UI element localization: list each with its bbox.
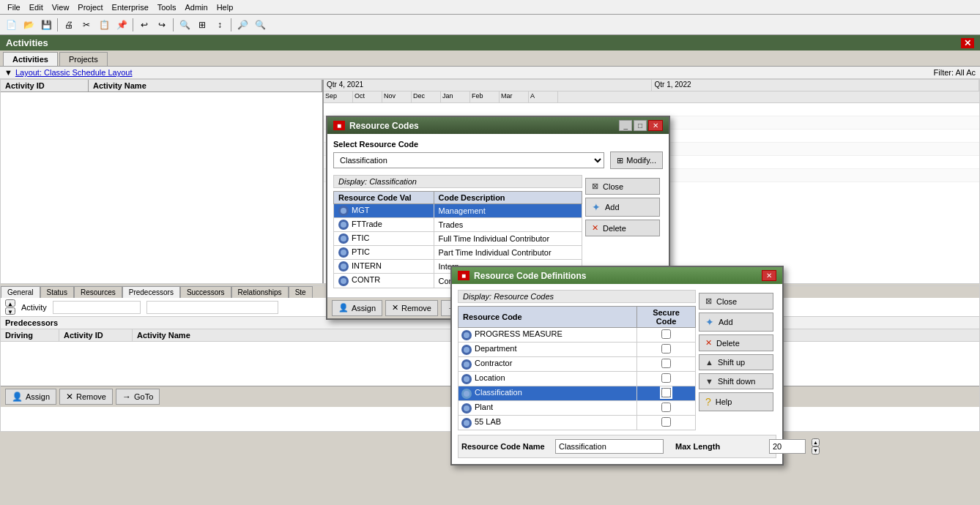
rc-close-btn[interactable]: ⊠ Close xyxy=(585,178,660,195)
table-row[interactable]: 55 LAB xyxy=(459,416,696,430)
tab-ste[interactable]: Ste xyxy=(289,286,313,298)
rcd-add-btn[interactable]: ✦ Add xyxy=(699,313,773,332)
table-row[interactable]: FTIC Full Time Individual Contributor xyxy=(334,232,582,246)
menu-admin[interactable]: Admin xyxy=(180,1,212,13)
rcd-col-code: Resource Code xyxy=(459,307,637,328)
rcd-name-input[interactable] xyxy=(555,439,664,454)
rc-remove-btn[interactable]: ✕ Remove xyxy=(385,300,438,316)
tab-general[interactable]: General xyxy=(1,286,40,298)
activity-up-btn[interactable]: ▲ xyxy=(5,299,15,307)
copy-btn[interactable]: 📋 xyxy=(96,17,112,33)
zoom-out-btn[interactable]: 🔍 xyxy=(252,17,268,33)
table-row[interactable]: PROGRESS MEASURE xyxy=(459,328,696,343)
zoom-in-btn[interactable]: 🔎 xyxy=(234,17,250,33)
print-btn[interactable]: 🖨 xyxy=(61,17,77,33)
table-row[interactable]: PTIC Part Time Individual Contributor xyxy=(334,246,582,260)
secure-checkbox[interactable] xyxy=(661,417,671,427)
cut-btn[interactable]: ✂ xyxy=(78,17,94,33)
secure-checkbox[interactable] xyxy=(661,344,671,354)
rc-close-icon[interactable]: ✕ xyxy=(648,120,663,131)
rcd-shift-up-btn[interactable]: ▲ Shift up xyxy=(699,354,773,370)
activity-down-btn[interactable]: ▼ xyxy=(5,307,15,315)
rc-dropdown-row: Classification ⊞ Modify... xyxy=(333,152,663,169)
new-btn[interactable]: 📄 xyxy=(3,17,19,33)
layout-label[interactable]: Layout: Classic Schedule Layout xyxy=(15,68,133,77)
rc-dropdown[interactable]: Classification xyxy=(333,152,604,168)
pred-col-driving: Driving xyxy=(1,329,59,341)
month-jan: Jan xyxy=(441,91,470,102)
max-up-btn[interactable]: ▲ xyxy=(812,438,820,446)
open-btn[interactable]: 📂 xyxy=(21,17,37,33)
month-apr: A xyxy=(529,91,558,102)
rcd-max-input[interactable] xyxy=(769,439,806,454)
goto-btn-bottom[interactable]: → GoTo xyxy=(116,389,160,405)
close-label: Close xyxy=(603,182,623,191)
secure-checkbox[interactable] xyxy=(661,329,671,339)
timeline-quarters: Qtr 4, 2021 Qtr 1, 2022 xyxy=(324,80,979,91)
rcd-delete-btn[interactable]: ✕ Delete xyxy=(699,334,773,351)
rc-maximize-icon[interactable]: □ xyxy=(634,120,647,131)
rcd-app-icon[interactable]: ■ xyxy=(458,271,469,280)
sep2 xyxy=(133,18,133,31)
rc-modify-btn[interactable]: ⊞ Modify... xyxy=(610,152,663,169)
save-btn[interactable]: 💾 xyxy=(38,17,54,33)
sort-btn[interactable]: ↕ xyxy=(212,17,228,33)
rc-minimize-icon[interactable]: _ xyxy=(619,120,632,131)
redo-btn[interactable]: ↪ xyxy=(154,17,170,33)
help-icon: ? xyxy=(705,396,711,408)
menu-view[interactable]: View xyxy=(48,1,74,13)
max-down-btn[interactable]: ▼ xyxy=(812,446,820,454)
menu-project[interactable]: Project xyxy=(73,1,107,13)
secure-checkbox[interactable] xyxy=(661,373,671,383)
activity-name-input[interactable] xyxy=(146,301,278,314)
menu-help[interactable]: Help xyxy=(212,1,238,13)
paste-btn[interactable]: 📌 xyxy=(114,17,130,33)
table-row[interactable]: Contractor xyxy=(459,357,696,372)
rc-add-btn[interactable]: ✦ Add xyxy=(585,198,660,217)
assign-btn-bottom[interactable]: 👤 Assign xyxy=(5,389,56,405)
col-activity-name: Activity Name xyxy=(89,80,322,91)
tab-resources[interactable]: Resources xyxy=(74,286,122,298)
tab-status[interactable]: Status xyxy=(40,286,74,298)
table-row[interactable]: MGT Management xyxy=(334,204,582,218)
secure-checkbox[interactable] xyxy=(661,403,671,412)
table-row[interactable]: Department xyxy=(459,343,696,357)
filter-btn[interactable]: 🔍 xyxy=(177,17,193,33)
group-btn[interactable]: ⊞ xyxy=(194,17,210,33)
main-content: Activities ✕ Activities Projects ▼ Layou… xyxy=(0,35,980,505)
secure-checkbox[interactable] xyxy=(661,388,671,397)
rcd-shift-down-btn[interactable]: ▼ Shift down xyxy=(699,373,773,389)
menu-file[interactable]: File xyxy=(3,1,25,13)
menu-enterprise[interactable]: Enterprise xyxy=(108,1,153,13)
tab-activities[interactable]: Activities xyxy=(3,52,58,66)
rc-app-icon[interactable]: ■ xyxy=(333,121,345,130)
table-row[interactable]: Location xyxy=(459,372,696,386)
undo-btn[interactable]: ↩ xyxy=(136,17,152,33)
modify-icon: ⊞ xyxy=(617,156,623,165)
rcd-col-secure: Secure Code xyxy=(637,307,696,328)
remove-btn-bottom[interactable]: ✕ Remove xyxy=(59,389,113,405)
rcd-field-name-label: Resource Code Name xyxy=(461,442,549,451)
app-close-icon[interactable]: ✕ xyxy=(961,38,974,48)
tab-relationships[interactable]: Relationships xyxy=(231,286,289,298)
rcd-close-icon[interactable]: ✕ xyxy=(762,270,776,281)
menu-edit[interactable]: Edit xyxy=(25,1,48,13)
table-row[interactable]: Plant xyxy=(459,401,696,416)
tab-projects[interactable]: Projects xyxy=(59,52,108,66)
rc-assign-btn[interactable]: 👤 Assign xyxy=(332,300,382,316)
activity-id-input[interactable] xyxy=(53,301,141,314)
table-row[interactable]: Classification xyxy=(459,386,696,401)
sep4 xyxy=(231,18,231,31)
rcd-help-btn[interactable]: ? Help xyxy=(699,392,773,411)
secure-checkbox[interactable] xyxy=(661,359,671,368)
menu-tools[interactable]: Tools xyxy=(153,1,181,13)
rcd-close-btn[interactable]: ⊠ Close xyxy=(699,293,773,310)
goto-icon: → xyxy=(122,392,131,402)
table-row[interactable]: FTTrade Trades xyxy=(334,218,582,232)
tab-predecessors[interactable]: Predecessors xyxy=(122,286,180,298)
tab-successors[interactable]: Successors xyxy=(180,286,231,298)
rcd-dialog: ■ Resource Code Definitions ✕ Display: R… xyxy=(450,266,784,465)
add-label: Add xyxy=(605,203,620,212)
rc-delete-btn[interactable]: ✕ Delete xyxy=(585,220,660,236)
person-icon xyxy=(338,276,349,286)
